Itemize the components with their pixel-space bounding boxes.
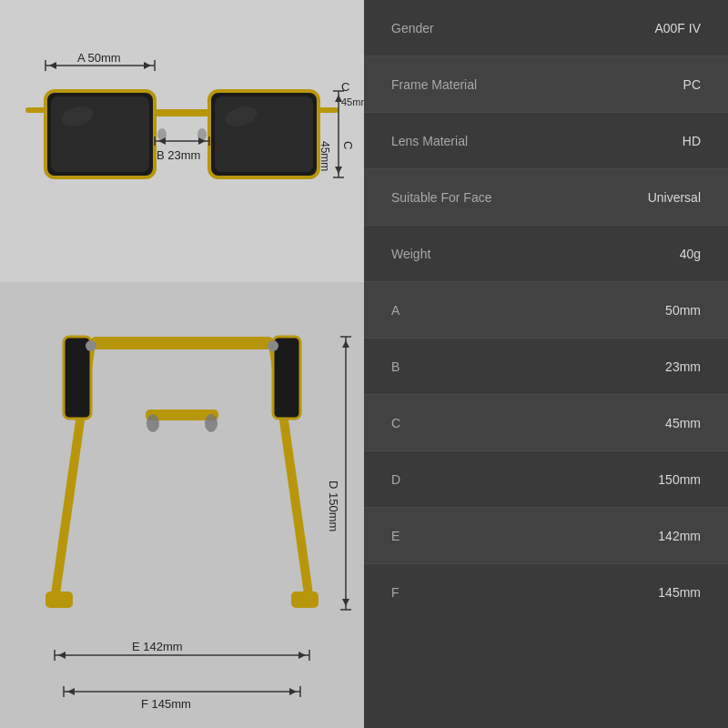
top-diagram-section: A 50mm B 23mm C 45mm C 45mm [0, 0, 364, 282]
spec-value: A00F IV [654, 21, 701, 35]
svg-text:45mm: 45mm [318, 141, 331, 171]
spec-row: B23mm [364, 339, 728, 395]
spec-row: F145mm [364, 564, 728, 621]
spec-row: Lens MaterialHD [364, 113, 728, 169]
spec-row: Frame MaterialPC [364, 56, 728, 113]
svg-rect-34 [91, 337, 273, 349]
svg-text:C: C [341, 141, 355, 149]
spec-row: GenderA00F IV [364, 0, 728, 56]
spec-label: Suitable For Face [391, 190, 492, 205]
spec-label: Gender [391, 21, 434, 35]
spec-row: A50mm [364, 282, 728, 339]
spec-value: HD [682, 134, 701, 148]
right-panel: GenderA00F IVFrame MaterialPCLens Materi… [364, 0, 728, 728]
spec-label: C [391, 416, 400, 430]
svg-text:E  142mm: E 142mm [132, 640, 183, 653]
svg-point-45 [268, 340, 278, 351]
svg-point-44 [86, 340, 96, 351]
svg-text:45mm: 45mm [341, 96, 364, 107]
spec-row: Weight40g [364, 226, 728, 282]
svg-text:B  23mm: B 23mm [157, 148, 200, 162]
bottom-diagram-section: E 142mm F 145mm D 150mm [0, 282, 364, 728]
svg-text:A  50mm: A 50mm [77, 51, 121, 65]
spec-value: PC [683, 77, 701, 92]
svg-rect-40 [291, 592, 318, 608]
svg-rect-39 [46, 592, 73, 608]
spec-row: C45mm [364, 395, 728, 451]
svg-text:F  145mm: F 145mm [141, 697, 191, 711]
spec-value: 50mm [665, 303, 701, 318]
spec-value: 150mm [658, 472, 701, 487]
spec-label: E [391, 529, 399, 543]
svg-rect-2 [51, 96, 149, 172]
left-panel: A 50mm B 23mm C 45mm C 45mm [0, 0, 364, 728]
spec-value: 40g [680, 247, 701, 261]
spec-label: Weight [391, 247, 430, 261]
spec-label: B [391, 359, 399, 374]
spec-label: Frame Material [391, 77, 477, 92]
svg-text:D  150mm: D 150mm [327, 480, 340, 531]
spec-row: Suitable For FaceUniversal [364, 169, 728, 226]
svg-rect-7 [155, 109, 209, 116]
svg-rect-8 [25, 107, 46, 113]
spec-row: D150mm [364, 451, 728, 508]
spec-value: 23mm [665, 359, 701, 374]
spec-value: 145mm [658, 585, 701, 600]
spec-label: A [391, 303, 399, 318]
spec-value: 142mm [658, 529, 701, 543]
spec-row: E142mm [364, 508, 728, 564]
svg-rect-9 [318, 107, 339, 113]
spec-label: Lens Material [391, 134, 468, 148]
spec-value: Universal [648, 190, 701, 205]
svg-rect-5 [215, 96, 313, 172]
svg-text:C: C [341, 80, 349, 94]
svg-point-43 [205, 414, 217, 432]
spec-label: D [391, 472, 400, 487]
svg-point-42 [147, 414, 159, 432]
spec-label: F [391, 585, 399, 600]
spec-value: 45mm [665, 416, 701, 430]
